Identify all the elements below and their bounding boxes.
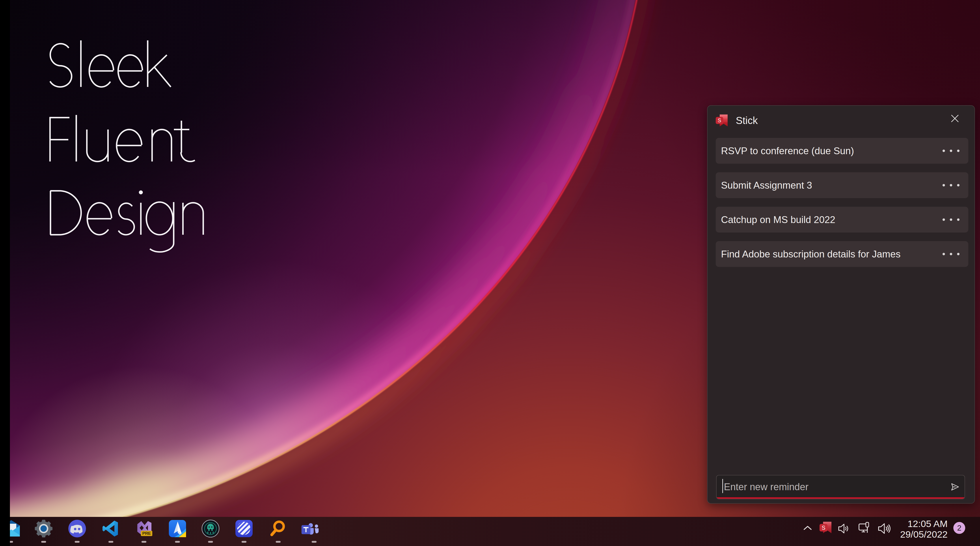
svg-text:PRE: PRE (142, 531, 151, 536)
svg-text:S: S (822, 525, 826, 531)
svg-text:S: S (718, 117, 721, 123)
